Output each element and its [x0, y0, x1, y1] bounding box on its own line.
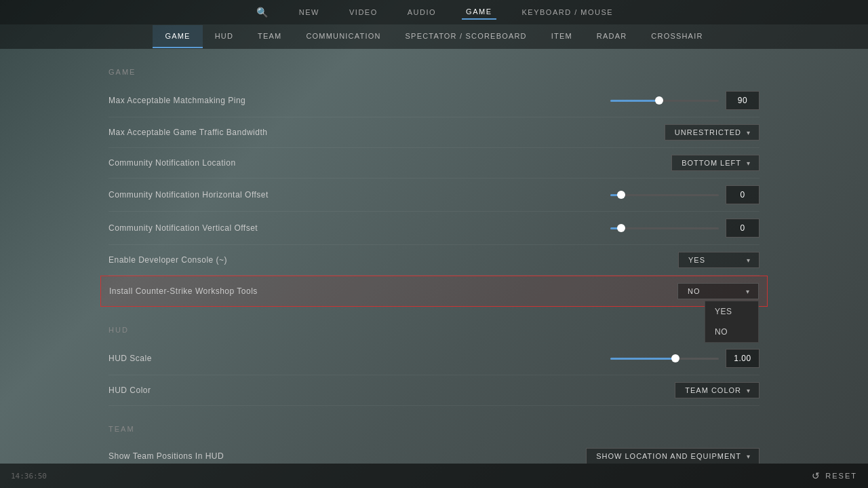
notification-vert-slider[interactable] — [610, 227, 719, 229]
team-positions-value: SHOW LOCATION AND EQUIPMENT — [596, 452, 741, 460]
notification-vert-label: Community Notification Vertical Offset — [108, 223, 610, 233]
bandwidth-chevron: ▾ — [747, 129, 751, 136]
top-nav-audio[interactable]: AUDIO — [403, 5, 440, 19]
hud-scale-label: HUD Scale — [108, 354, 610, 363]
setting-team-positions: Show Team Positions In HUD SHOW LOCATION… — [108, 441, 760, 464]
notification-location-dropdown[interactable]: BOTTOM LEFT ▾ — [671, 155, 760, 171]
top-nav: 🔍 NEW VIDEO AUDIO GAME KEYBOARD / MOUSE — [0, 0, 868, 24]
section-game-title: Game — [108, 68, 760, 76]
matchmaking-ping-input[interactable] — [726, 91, 760, 110]
tab-team[interactable]: TEAM — [245, 25, 294, 48]
reset-button[interactable]: ↺ RESET — [812, 470, 857, 481]
top-nav-video[interactable]: VIDEO — [345, 5, 382, 19]
workshop-tools-label: Install Counter-Strike Workshop Tools — [109, 286, 677, 296]
hud-scale-input[interactable] — [726, 349, 760, 368]
bandwidth-label: Max Acceptable Game Traffic Bandwidth — [108, 128, 665, 137]
settings-area: Game Max Acceptable Matchmaking Ping Max… — [0, 49, 868, 464]
workshop-tools-dropdown[interactable]: NO ▾ — [677, 283, 759, 299]
setting-hud-color: HUD Color TEAM COLOR ▾ — [108, 375, 760, 406]
dev-console-label: Enable Developer Console (~) — [108, 255, 678, 265]
notification-location-label: Community Notification Location — [108, 158, 671, 168]
team-positions-label: Show Team Positions In HUD — [108, 451, 586, 461]
setting-notification-location: Community Notification Location BOTTOM L… — [108, 148, 760, 179]
matchmaking-ping-slider[interactable] — [610, 100, 719, 102]
hud-color-dropdown[interactable]: TEAM COLOR ▾ — [675, 382, 760, 398]
top-nav-new[interactable]: NEW — [295, 5, 323, 19]
dev-console-chevron: ▾ — [747, 257, 751, 264]
setting-notification-horiz: Community Notification Horizontal Offset — [108, 179, 760, 212]
notification-horiz-input[interactable] — [726, 185, 760, 204]
setting-notification-vert: Community Notification Vertical Offset — [108, 212, 760, 245]
hud-color-chevron: ▾ — [747, 387, 751, 394]
top-nav-game[interactable]: GAME — [462, 5, 496, 20]
setting-dev-console: Enable Developer Console (~) YES ▾ — [108, 245, 760, 276]
tab-spectator[interactable]: SPECTATOR / SCOREBOARD — [393, 25, 539, 48]
workshop-tools-option-no[interactable]: No — [705, 322, 758, 342]
tab-crosshair[interactable]: CROSSHAIR — [639, 25, 715, 48]
team-positions-chevron: ▾ — [747, 453, 751, 460]
tab-hud[interactable]: HUD — [203, 25, 245, 48]
reset-icon: ↺ — [812, 470, 821, 481]
workshop-tools-chevron: ▾ — [746, 288, 750, 295]
bandwidth-value: UNRESTRICTED — [675, 128, 741, 136]
tab-item[interactable]: ITEM — [539, 25, 585, 48]
tab-game[interactable]: GAME — [153, 25, 202, 48]
notification-horiz-label: Community Notification Horizontal Offset — [108, 190, 610, 200]
team-positions-dropdown[interactable]: SHOW LOCATION AND EQUIPMENT ▾ — [586, 448, 760, 464]
setting-hud-scale: HUD Scale — [108, 342, 760, 375]
notification-location-value: BOTTOM LEFT — [682, 159, 741, 167]
workshop-tools-value: NO — [688, 287, 701, 295]
notification-horiz-slider[interactable] — [610, 194, 719, 196]
workshop-tools-menu: Yes No — [705, 301, 759, 343]
section-hud-title: Hud — [108, 326, 760, 334]
hud-color-label: HUD Color — [108, 386, 675, 395]
tab-communication[interactable]: COMMUNICATION — [294, 25, 393, 48]
matchmaking-ping-label: Max Acceptable Matchmaking Ping — [108, 96, 610, 105]
tab-radar[interactable]: RADAR — [585, 25, 639, 48]
setting-bandwidth: Max Acceptable Game Traffic Bandwidth UN… — [108, 117, 760, 148]
notification-vert-input[interactable] — [726, 219, 760, 238]
hud-scale-slider[interactable] — [610, 358, 719, 360]
top-nav-keyboard[interactable]: KEYBOARD / MOUSE — [518, 5, 618, 19]
setting-workshop-tools: Install Counter-Strike Workshop Tools NO… — [100, 276, 768, 307]
setting-matchmaking-ping: Max Acceptable Matchmaking Ping — [108, 84, 760, 117]
notification-location-chevron: ▾ — [747, 159, 751, 167]
workshop-tools-option-yes[interactable]: Yes — [705, 301, 758, 322]
dev-console-value: YES — [688, 256, 705, 264]
timestamp: 14:36:50 — [11, 472, 47, 481]
search-icon[interactable]: 🔍 — [251, 4, 273, 20]
sub-nav: GAME HUD TEAM COMMUNICATION SPECTATOR / … — [0, 24, 868, 49]
section-team-title: Team — [108, 425, 760, 433]
bottom-bar: 14:36:50 ↺ RESET — [0, 464, 868, 488]
bandwidth-dropdown[interactable]: UNRESTRICTED ▾ — [665, 124, 760, 140]
dev-console-dropdown[interactable]: YES ▾ — [678, 252, 760, 268]
hud-color-value: TEAM COLOR — [685, 386, 741, 394]
reset-label: RESET — [825, 472, 857, 480]
